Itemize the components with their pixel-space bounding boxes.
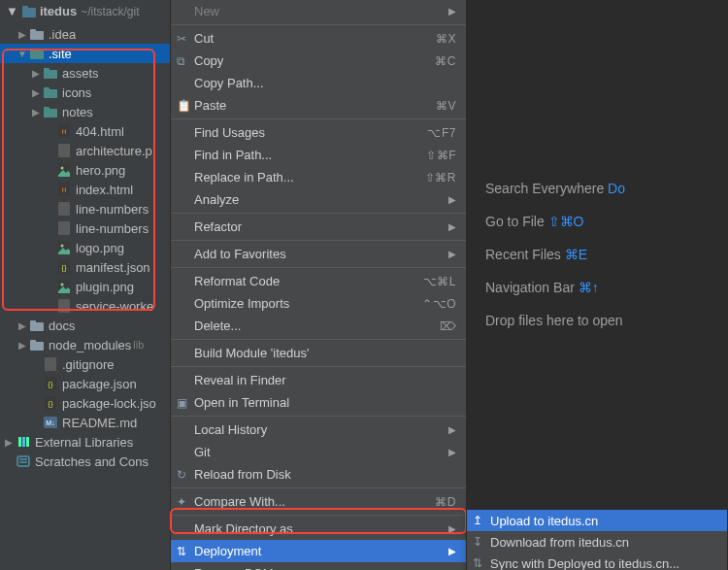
file-icon bbox=[56, 201, 72, 217]
menu-item[interactable]: ✦Compare With...⌘D bbox=[171, 490, 466, 513]
json-file-icon: {} bbox=[56, 259, 72, 275]
svg-text:H: H bbox=[61, 128, 66, 135]
menu-item[interactable]: Refactor▶ bbox=[171, 216, 466, 238]
menu-item-label: Mark Directory as bbox=[194, 521, 293, 536]
folder-icon bbox=[43, 65, 58, 81]
submenu-item[interactable]: ⇅Sync with Deployed to itedus.cn... bbox=[467, 553, 727, 570]
tree-row[interactable]: ▼.site bbox=[0, 44, 170, 63]
tree-row[interactable]: service-worke bbox=[0, 296, 170, 316]
submenu-item[interactable]: ↧Download from itedus.cn bbox=[467, 531, 727, 553]
menu-item-icon: ↧ bbox=[473, 535, 486, 549]
project-tree[interactable]: ▶.idea▼.site▶assets▶icons▶notesH404.html… bbox=[0, 22, 170, 473]
svg-rect-42 bbox=[17, 456, 29, 466]
tree-row[interactable]: Scratches and Cons bbox=[0, 452, 170, 471]
library-icon bbox=[16, 434, 31, 450]
tree-row[interactable]: ▶.idea bbox=[0, 24, 170, 44]
tree-row[interactable]: .gitignore bbox=[0, 354, 170, 374]
menu-item[interactable]: Mark Directory as▶ bbox=[171, 518, 466, 540]
tree-row[interactable]: line-numbers bbox=[0, 218, 170, 238]
deployment-submenu[interactable]: ↥Upload to itedus.cn↧Download from itedu… bbox=[466, 509, 728, 570]
menu-item[interactable]: Find in Path...⇧⌘F bbox=[171, 144, 466, 166]
svg-rect-5 bbox=[30, 49, 36, 52]
tree-item-label: assets bbox=[62, 66, 99, 81]
tip-shortcut: ⇧⌘O bbox=[548, 214, 584, 229]
menu-item[interactable]: ⇅Deployment▶ bbox=[171, 540, 466, 562]
menu-shortcut: ⌘D bbox=[435, 495, 456, 509]
tree-row[interactable]: M↓README.md bbox=[0, 413, 170, 432]
menu-separator bbox=[171, 118, 466, 119]
menu-item[interactable]: Remove BOM bbox=[171, 562, 466, 570]
tree-row[interactable]: ▶assets bbox=[0, 63, 170, 83]
tree-row[interactable]: line-numbers bbox=[0, 199, 170, 218]
menu-item-icon: ▣ bbox=[177, 396, 190, 410]
editor-tip: Go to File ⇧⌘O bbox=[485, 214, 728, 229]
tree-row[interactable]: Hindex.html bbox=[0, 180, 170, 199]
submenu-item-label: Sync with Deployed to itedus.cn... bbox=[490, 556, 679, 571]
menu-item-icon: ↻ bbox=[177, 468, 190, 482]
menu-item[interactable]: Git▶ bbox=[171, 441, 466, 463]
menu-item-icon: ↥ bbox=[473, 514, 486, 527]
editor-empty-state: Search Everywhere DoGo to File ⇧⌘ORecent… bbox=[466, 0, 728, 509]
tree-row[interactable]: ▶docs bbox=[0, 316, 170, 335]
menu-item[interactable]: ▣Open in Terminal bbox=[171, 391, 466, 414]
menu-item-label: Replace in Path... bbox=[194, 170, 294, 184]
tree-item-label: manifest.json bbox=[76, 260, 150, 275]
image-file-icon bbox=[56, 162, 72, 178]
svg-rect-3 bbox=[30, 29, 36, 33]
menu-item[interactable]: ↻Reload from Disk bbox=[171, 463, 466, 486]
submenu-arrow-icon: ▶ bbox=[448, 424, 456, 435]
tree-row[interactable]: hero.png bbox=[0, 160, 170, 180]
menu-item[interactable]: Local History▶ bbox=[171, 419, 466, 441]
menu-item-label: Compare With... bbox=[194, 494, 285, 509]
file-icon bbox=[56, 298, 72, 314]
tree-row[interactable]: H404.html bbox=[0, 121, 170, 141]
tree-row[interactable]: ▶icons bbox=[0, 83, 170, 102]
menu-separator bbox=[171, 267, 466, 268]
menu-item-label: Cut bbox=[194, 31, 214, 46]
menu-item[interactable]: Reformat Code⌥⌘L bbox=[171, 270, 466, 292]
tip-label: Navigation Bar bbox=[485, 280, 575, 295]
tree-row[interactable]: ▶notes bbox=[0, 102, 170, 121]
svg-rect-32 bbox=[45, 357, 56, 371]
svg-text:{}: {} bbox=[48, 380, 53, 388]
menu-item[interactable]: Find Usages⌥F7 bbox=[171, 121, 466, 144]
json-file-icon: {} bbox=[43, 395, 58, 411]
submenu-item[interactable]: ↥Upload to itedus.cn bbox=[467, 510, 727, 531]
scratch-icon bbox=[16, 453, 31, 469]
menu-item[interactable]: ✂Cut⌘X bbox=[171, 27, 466, 50]
menu-shortcut: ⌃⌥O bbox=[422, 297, 456, 311]
submenu-arrow-icon: ▶ bbox=[448, 546, 456, 556]
menu-item[interactable]: Optimize Imports⌃⌥O bbox=[171, 292, 466, 315]
tip-label: Go to File bbox=[485, 214, 545, 229]
svg-rect-9 bbox=[44, 87, 50, 91]
submenu-arrow-icon: ▶ bbox=[448, 523, 456, 534]
svg-text:{}: {} bbox=[48, 399, 53, 408]
menu-item[interactable]: Replace in Path...⇧⌘R bbox=[171, 166, 466, 188]
menu-item[interactable]: ⧉Copy⌘C bbox=[171, 50, 466, 72]
menu-item[interactable]: Copy Path... bbox=[171, 72, 466, 94]
svg-rect-1 bbox=[22, 6, 28, 10]
tree-row[interactable]: plugin.png bbox=[0, 277, 170, 296]
file-icon bbox=[56, 220, 72, 236]
tree-row[interactable]: architecture.p bbox=[0, 141, 170, 160]
menu-item[interactable]: Delete...⌦ bbox=[171, 315, 466, 337]
menu-item[interactable]: New▶ bbox=[171, 0, 466, 22]
tree-row[interactable]: {}package-lock.jso bbox=[0, 393, 170, 413]
menu-item[interactable]: Add to Favorites▶ bbox=[171, 243, 466, 265]
menu-item[interactable]: 📋Paste⌘V bbox=[171, 94, 466, 117]
tree-item-label: plugin.png bbox=[76, 280, 134, 294]
menu-item-label: Deployment bbox=[194, 544, 261, 558]
tree-row[interactable]: {}manifest.json bbox=[0, 257, 170, 277]
tree-row[interactable]: ▶node_moduleslib bbox=[0, 335, 170, 354]
menu-item[interactable]: Build Module 'itedus' bbox=[171, 342, 466, 364]
menu-item[interactable]: Reveal in Finder bbox=[171, 369, 466, 391]
project-header[interactable]: ▼ itedus ~/itstack/git bbox=[0, 0, 170, 22]
tree-row[interactable]: logo.png bbox=[0, 238, 170, 257]
context-menu[interactable]: New▶✂Cut⌘X⧉Copy⌘CCopy Path...📋Paste⌘VFin… bbox=[170, 0, 466, 570]
svg-rect-40 bbox=[22, 437, 25, 447]
menu-item-label: Add to Favorites bbox=[194, 247, 286, 261]
menu-item[interactable]: Analyze▶ bbox=[171, 188, 466, 211]
tree-row[interactable]: {}package.json bbox=[0, 374, 170, 393]
tree-row[interactable]: ▶External Libraries bbox=[0, 432, 170, 452]
menu-item-label: Remove BOM bbox=[194, 566, 274, 570]
